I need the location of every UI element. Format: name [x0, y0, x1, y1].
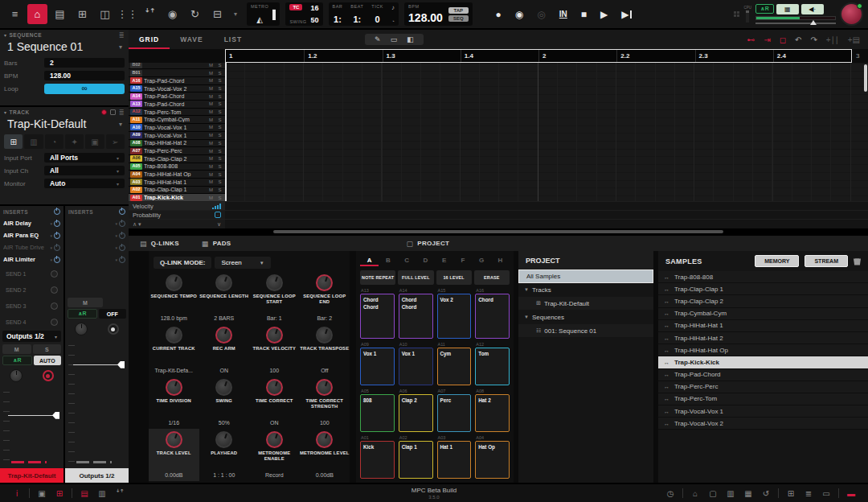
sequence-selector[interactable]: 1 Sequence 01▾ [0, 40, 129, 56]
overdub-icon[interactable]: ◉ [515, 9, 523, 20]
seq-bpm-field[interactable]: 128.00 [44, 71, 125, 80]
velocity-lane[interactable]: Velocity [129, 201, 868, 210]
sample-row[interactable]: ↔Trap-Pad-Chord [658, 369, 868, 381]
insert-power-icon[interactable] [119, 232, 125, 239]
qlink-knob[interactable] [166, 327, 182, 344]
home-icon[interactable]: ⌂ [686, 489, 704, 498]
zoom-h-icon[interactable]: +∣∣ [826, 35, 839, 44]
track-row[interactable]: A10Trap-Vocal-Vox 1MS [129, 123, 225, 131]
qlink-current-track[interactable]: CURRENT TRACKTrap-Kit-Defa... [149, 324, 199, 376]
pad-button-erase[interactable]: ERASE [474, 270, 510, 285]
mute-button[interactable]: M [207, 125, 215, 130]
pad-a07[interactable]: A07Perc [437, 389, 472, 432]
record-arm-button[interactable] [108, 323, 119, 335]
mute-button[interactable]: M [207, 149, 215, 154]
mute-button[interactable]: M [207, 172, 215, 177]
solo-button[interactable]: S [216, 125, 223, 130]
main-mode-icon[interactable]: ⌂ [27, 4, 47, 24]
qlink-knob[interactable] [215, 431, 232, 448]
pad-surface[interactable]: Vox 1 [360, 348, 395, 385]
all-samples-item[interactable]: All Samples [518, 270, 653, 283]
insert-power-icon[interactable] [119, 245, 125, 251]
inserts-power-icon[interactable] [54, 208, 60, 215]
qlink-knob[interactable] [266, 431, 283, 448]
track-row[interactable]: A11Trap-Cymbal-CymMS [129, 115, 225, 123]
send-row-send-2[interactable]: SEND 2 [0, 282, 63, 298]
bar-value[interactable]: 1: [334, 14, 342, 24]
window-icon[interactable]: ▣ [33, 489, 51, 498]
audition-icon[interactable]: ◀· [801, 4, 824, 14]
tab-list[interactable]: LIST [214, 30, 252, 49]
qlink-sequence-loop-end[interactable]: SEQUENCE LOOP ENDBar: 2 [300, 272, 350, 324]
pad-bank-d[interactable]: D [416, 253, 435, 266]
scroll-thumb[interactable] [273, 230, 723, 233]
region-icon[interactable]: ◻ [780, 35, 786, 44]
timeline-ruler[interactable]: 11.21.31.422.22.32.4 [225, 49, 852, 63]
tablet-icon[interactable]: ▭ [817, 489, 835, 498]
solo-button[interactable]: S [216, 141, 223, 146]
field-value[interactable]: Auto▾ [44, 179, 125, 188]
sample-row[interactable]: ↔Trap-808-808 [658, 271, 868, 283]
sequence-menu-icon[interactable]: ≣ [119, 31, 125, 39]
inserts-power-icon[interactable] [119, 208, 125, 215]
qlink-swing[interactable]: SWING50% [199, 376, 250, 429]
keys-window-icon[interactable]: ▥ [93, 489, 111, 498]
seq-master-button[interactable]: SEQ [448, 15, 469, 22]
pencil-icon[interactable]: ✎ [375, 35, 381, 43]
solo-button[interactable]: S [216, 179, 223, 184]
horizontal-scrollbar[interactable] [129, 228, 868, 235]
drum-program-icon[interactable]: ⊞ [4, 134, 23, 149]
keygroup-icon[interactable]: ▥ [24, 134, 43, 149]
field-value[interactable]: All▾ [44, 166, 125, 175]
insert-slot-air-para-eq[interactable]: AIR Para EQ▾ [0, 229, 63, 241]
track-menu-icon[interactable]: ≣ [119, 109, 125, 116]
qlink-sequence-loop-start[interactable]: SEQUENCE LOOP STARTBar: 1 [249, 272, 300, 324]
sample-row[interactable]: ↔Trap-Clap-Clap 1 [658, 283, 868, 295]
pad-a08[interactable]: A08Hat 2 [475, 389, 510, 432]
insert-power-icon[interactable] [119, 220, 125, 227]
track-row[interactable]: A01Trap-Kick-KickMS [129, 193, 225, 201]
clock-icon[interactable]: ◷ [661, 489, 679, 498]
tab-project[interactable]: ▢PROJECT [395, 240, 461, 248]
pad-button-full-level[interactable]: FULL LEVEL [398, 270, 433, 285]
record-icon[interactable]: ● [496, 9, 502, 20]
zoom-v-icon[interactable]: +▤ [848, 35, 860, 44]
pad-mixer-icon[interactable]: ⊞ [72, 4, 92, 24]
track-row[interactable]: A03Trap-HiHat-Hat 1MS [129, 178, 225, 186]
mute-button[interactable]: M [207, 94, 215, 99]
pad-a15[interactable]: A15Vox 2 [437, 288, 472, 339]
tab-wave[interactable]: WAVE [170, 30, 213, 49]
qlink-track-level[interactable]: TRACK LEVEL0.00dB [149, 429, 199, 481]
undo-icon[interactable]: ↶ [795, 35, 801, 44]
note-grid[interactable] [225, 63, 868, 201]
pad-bank-c[interactable]: C [398, 253, 416, 266]
insert-slot-empty[interactable]: ▾ [65, 241, 129, 253]
qlink-knob[interactable] [316, 274, 333, 291]
track-selector[interactable]: Trap-Kit-Default▾ [0, 117, 129, 133]
sample-row[interactable]: ↔Trap-Cymbal-Cym [658, 308, 868, 320]
mute-button[interactable]: M [207, 117, 215, 122]
track-row[interactable]: A02Trap-Clap-Clap 1MS [129, 186, 225, 194]
mute-button[interactable]: M [207, 78, 215, 83]
project-group-sequences[interactable]: ▼Sequences [518, 311, 653, 323]
send-row-send-4[interactable]: SEND 4 [0, 314, 63, 330]
pad-surface[interactable]: Vox 2 [437, 294, 472, 339]
qlink-sequence-tempo[interactable]: SEQUENCE TEMPO128.0 bpm [149, 272, 199, 324]
track-row[interactable]: A09Trap-Vocal-Vox 1MS [129, 131, 225, 139]
playhead[interactable] [225, 63, 227, 201]
send-knob[interactable] [51, 302, 58, 310]
pad-bank-e[interactable]: E [435, 253, 453, 266]
mute-button[interactable]: M [207, 179, 215, 184]
metro-display[interactable]: METRO ◭ [247, 2, 280, 26]
mute-button[interactable]: M [207, 101, 215, 106]
insert-power-icon[interactable] [54, 220, 60, 227]
track-row[interactable]: A13Trap-Pad-ChordMS [129, 100, 225, 108]
qlink-time-correct[interactable]: TIME CORRECTON [249, 376, 300, 429]
sample-row[interactable]: ↔Trap-Vocal-Vox 1 [658, 405, 868, 418]
tap-button[interactable]: TAP [448, 7, 469, 14]
pad-bank-b[interactable]: B [379, 253, 397, 266]
mute-button[interactable]: M [207, 86, 215, 91]
solo-button[interactable]: S [216, 156, 223, 161]
field-value[interactable]: All Ports▾ [44, 153, 125, 163]
sample-row[interactable]: ↔Trap-HiHat-Hat 1 [658, 320, 868, 332]
